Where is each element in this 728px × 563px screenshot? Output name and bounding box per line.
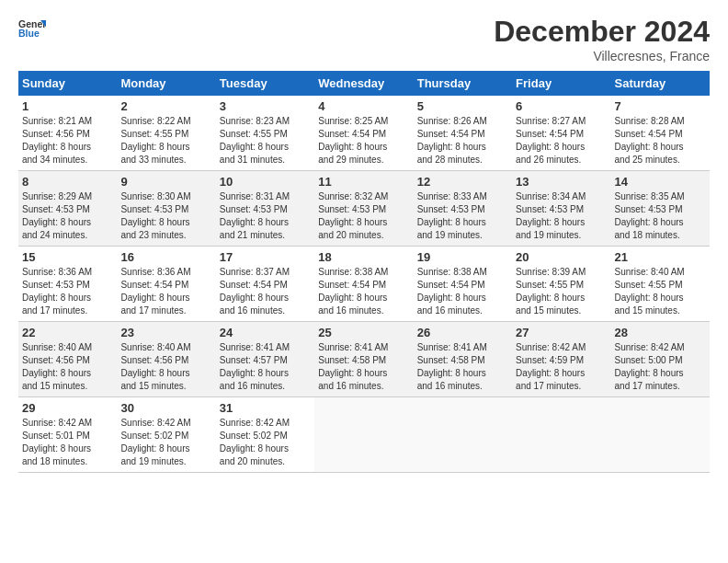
calendar-day-1: 1Sunrise: 8:21 AMSunset: 4:56 PMDaylight… <box>18 96 117 171</box>
day-info: Sunrise: 8:40 AMSunset: 4:56 PMDaylight:… <box>22 341 113 393</box>
empty-cell <box>611 397 710 473</box>
calendar-day-15: 15Sunrise: 8:36 AMSunset: 4:53 PMDayligh… <box>18 247 117 322</box>
day-info: Sunrise: 8:25 AMSunset: 4:54 PMDaylight:… <box>318 115 409 167</box>
day-number: 11 <box>318 175 409 189</box>
calendar-day-6: 6Sunrise: 8:27 AMSunset: 4:54 PMDaylight… <box>512 96 610 171</box>
day-info: Sunrise: 8:33 AMSunset: 4:53 PMDaylight:… <box>417 190 508 242</box>
location: Villecresnes, France <box>494 49 710 63</box>
day-number: 7 <box>615 99 706 113</box>
day-info: Sunrise: 8:41 AMSunset: 4:57 PMDaylight:… <box>220 341 311 393</box>
day-info: Sunrise: 8:41 AMSunset: 4:58 PMDaylight:… <box>417 341 508 393</box>
day-number: 4 <box>318 99 409 113</box>
calendar-week-4: 22Sunrise: 8:40 AMSunset: 4:56 PMDayligh… <box>18 322 710 397</box>
day-info: Sunrise: 8:42 AMSunset: 5:00 PMDaylight:… <box>615 341 706 393</box>
empty-cell <box>414 397 512 473</box>
calendar-day-30: 30Sunrise: 8:42 AMSunset: 5:02 PMDayligh… <box>117 397 215 473</box>
day-info: Sunrise: 8:32 AMSunset: 4:53 PMDaylight:… <box>318 190 409 242</box>
calendar-day-5: 5Sunrise: 8:26 AMSunset: 4:54 PMDaylight… <box>414 96 512 171</box>
logo-icon: General Blue <box>18 15 46 42</box>
day-number: 31 <box>220 401 311 415</box>
calendar-day-10: 10Sunrise: 8:31 AMSunset: 4:53 PMDayligh… <box>216 171 314 247</box>
header-row: SundayMondayTuesdayWednesdayThursdayFrid… <box>18 71 710 96</box>
day-info: Sunrise: 8:34 AMSunset: 4:53 PMDaylight:… <box>516 190 607 242</box>
calendar-day-4: 4Sunrise: 8:25 AMSunset: 4:54 PMDaylight… <box>314 96 413 171</box>
day-info: Sunrise: 8:36 AMSunset: 4:53 PMDaylight:… <box>22 266 113 317</box>
empty-cell <box>512 397 610 473</box>
day-number: 2 <box>120 99 211 113</box>
day-number: 25 <box>318 326 409 339</box>
day-info: Sunrise: 8:42 AMSunset: 4:59 PMDaylight:… <box>516 341 607 393</box>
header-friday: Friday <box>512 71 610 96</box>
day-number: 19 <box>417 250 508 264</box>
day-number: 16 <box>120 250 211 264</box>
day-info: Sunrise: 8:42 AMSunset: 5:01 PMDaylight:… <box>22 417 113 468</box>
day-info: Sunrise: 8:42 AMSunset: 5:02 PMDaylight:… <box>120 417 211 468</box>
header-wednesday: Wednesday <box>314 71 413 96</box>
day-info: Sunrise: 8:41 AMSunset: 4:58 PMDaylight:… <box>318 341 409 393</box>
calendar-day-11: 11Sunrise: 8:32 AMSunset: 4:53 PMDayligh… <box>314 171 413 247</box>
header-monday: Monday <box>117 71 215 96</box>
calendar-day-3: 3Sunrise: 8:23 AMSunset: 4:55 PMDaylight… <box>216 96 314 171</box>
day-number: 14 <box>615 175 706 189</box>
day-number: 28 <box>615 326 706 339</box>
calendar-day-28: 28Sunrise: 8:42 AMSunset: 5:00 PMDayligh… <box>611 322 710 397</box>
day-info: Sunrise: 8:30 AMSunset: 4:53 PMDaylight:… <box>120 190 211 242</box>
calendar-day-31: 31Sunrise: 8:42 AMSunset: 5:02 PMDayligh… <box>216 397 314 473</box>
day-info: Sunrise: 8:38 AMSunset: 4:54 PMDaylight:… <box>318 266 409 317</box>
day-info: Sunrise: 8:26 AMSunset: 4:54 PMDaylight:… <box>417 115 508 167</box>
day-number: 9 <box>120 175 211 189</box>
title-block: December 2024 Villecresnes, France <box>494 15 710 63</box>
calendar-day-12: 12Sunrise: 8:33 AMSunset: 4:53 PMDayligh… <box>414 171 512 247</box>
day-info: Sunrise: 8:22 AMSunset: 4:55 PMDaylight:… <box>120 115 211 167</box>
page-header: General Blue December 2024 Villecresnes,… <box>18 15 710 63</box>
day-number: 22 <box>22 326 113 339</box>
day-number: 23 <box>120 326 211 339</box>
calendar-day-21: 21Sunrise: 8:40 AMSunset: 4:55 PMDayligh… <box>611 247 710 322</box>
calendar-day-27: 27Sunrise: 8:42 AMSunset: 4:59 PMDayligh… <box>512 322 610 397</box>
calendar-day-23: 23Sunrise: 8:40 AMSunset: 4:56 PMDayligh… <box>117 322 215 397</box>
day-info: Sunrise: 8:29 AMSunset: 4:53 PMDaylight:… <box>22 190 113 242</box>
calendar-day-16: 16Sunrise: 8:36 AMSunset: 4:54 PMDayligh… <box>117 247 215 322</box>
day-number: 10 <box>220 175 311 189</box>
day-info: Sunrise: 8:40 AMSunset: 4:56 PMDaylight:… <box>120 341 211 393</box>
day-number: 17 <box>220 250 311 264</box>
day-info: Sunrise: 8:39 AMSunset: 4:55 PMDaylight:… <box>516 266 607 317</box>
calendar-day-18: 18Sunrise: 8:38 AMSunset: 4:54 PMDayligh… <box>314 247 413 322</box>
day-number: 12 <box>417 175 508 189</box>
calendar-week-2: 8Sunrise: 8:29 AMSunset: 4:53 PMDaylight… <box>18 171 710 247</box>
day-number: 27 <box>516 326 607 339</box>
day-number: 5 <box>417 99 508 113</box>
svg-text:Blue: Blue <box>18 28 40 39</box>
day-number: 26 <box>417 326 508 339</box>
header-tuesday: Tuesday <box>216 71 314 96</box>
calendar-week-3: 15Sunrise: 8:36 AMSunset: 4:53 PMDayligh… <box>18 247 710 322</box>
calendar-week-1: 1Sunrise: 8:21 AMSunset: 4:56 PMDaylight… <box>18 96 710 171</box>
calendar-table: SundayMondayTuesdayWednesdayThursdayFrid… <box>18 71 710 473</box>
day-info: Sunrise: 8:21 AMSunset: 4:56 PMDaylight:… <box>22 115 113 167</box>
day-number: 30 <box>120 401 211 415</box>
calendar-day-2: 2Sunrise: 8:22 AMSunset: 4:55 PMDaylight… <box>117 96 215 171</box>
day-info: Sunrise: 8:40 AMSunset: 4:55 PMDaylight:… <box>615 266 706 317</box>
header-saturday: Saturday <box>611 71 710 96</box>
calendar-day-17: 17Sunrise: 8:37 AMSunset: 4:54 PMDayligh… <box>216 247 314 322</box>
day-number: 18 <box>318 250 409 264</box>
logo: General Blue <box>18 15 46 42</box>
calendar-day-13: 13Sunrise: 8:34 AMSunset: 4:53 PMDayligh… <box>512 171 610 247</box>
day-number: 1 <box>22 99 113 113</box>
calendar-day-14: 14Sunrise: 8:35 AMSunset: 4:53 PMDayligh… <box>611 171 710 247</box>
day-number: 15 <box>22 250 113 264</box>
day-info: Sunrise: 8:37 AMSunset: 4:54 PMDaylight:… <box>220 266 311 317</box>
calendar-day-8: 8Sunrise: 8:29 AMSunset: 4:53 PMDaylight… <box>18 171 117 247</box>
day-info: Sunrise: 8:31 AMSunset: 4:53 PMDaylight:… <box>220 190 311 242</box>
day-number: 21 <box>615 250 706 264</box>
empty-cell <box>314 397 413 473</box>
calendar-day-24: 24Sunrise: 8:41 AMSunset: 4:57 PMDayligh… <box>216 322 314 397</box>
day-number: 3 <box>220 99 311 113</box>
calendar-day-25: 25Sunrise: 8:41 AMSunset: 4:58 PMDayligh… <box>314 322 413 397</box>
calendar-day-26: 26Sunrise: 8:41 AMSunset: 4:58 PMDayligh… <box>414 322 512 397</box>
day-info: Sunrise: 8:28 AMSunset: 4:54 PMDaylight:… <box>615 115 706 167</box>
calendar-day-7: 7Sunrise: 8:28 AMSunset: 4:54 PMDaylight… <box>611 96 710 171</box>
day-number: 20 <box>516 250 607 264</box>
calendar-day-19: 19Sunrise: 8:38 AMSunset: 4:54 PMDayligh… <box>414 247 512 322</box>
day-info: Sunrise: 8:27 AMSunset: 4:54 PMDaylight:… <box>516 115 607 167</box>
